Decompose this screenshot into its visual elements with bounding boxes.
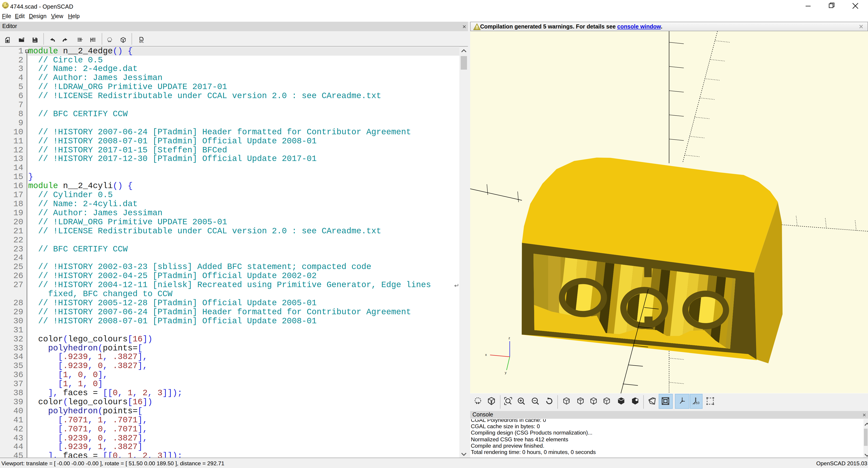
svg-text:x: x [485,353,487,356]
svg-text:y: y [505,371,506,374]
svg-text:10: 10 [695,401,699,405]
svg-text:z: z [508,336,510,340]
svg-text:STL: STL [139,40,144,43]
